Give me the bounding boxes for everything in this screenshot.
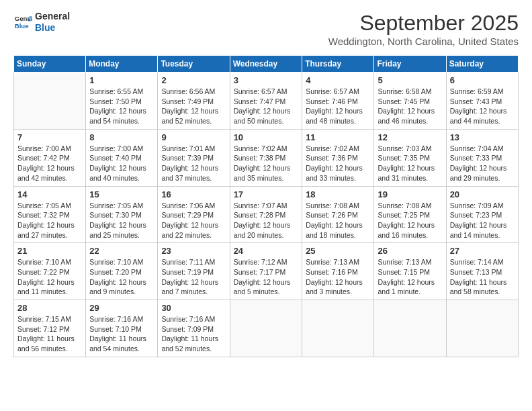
calendar-cell	[374, 300, 446, 357]
day-info: Sunrise: 6:59 AMSunset: 7:43 PMDaylight:…	[450, 87, 515, 126]
day-number: 20	[450, 189, 515, 199]
day-info: Sunrise: 7:13 AMSunset: 7:15 PMDaylight:…	[378, 257, 442, 297]
day-info: Sunrise: 7:08 AMSunset: 7:26 PMDaylight:…	[306, 201, 370, 240]
day-info: Sunrise: 7:11 AMSunset: 7:19 PMDaylight:…	[161, 257, 226, 297]
day-info: Sunrise: 7:10 AMSunset: 7:22 PMDaylight:…	[17, 257, 82, 297]
calendar-cell: 29Sunrise: 7:16 AMSunset: 7:10 PMDayligh…	[86, 300, 158, 357]
day-info: Sunrise: 6:56 AMSunset: 7:49 PMDaylight:…	[161, 87, 226, 126]
header: General Blue General Blue September 2025…	[13, 11, 519, 47]
calendar-cell: 14Sunrise: 7:05 AMSunset: 7:32 PMDayligh…	[14, 186, 86, 243]
calendar-cell: 15Sunrise: 7:05 AMSunset: 7:30 PMDayligh…	[86, 186, 158, 243]
calendar-cell: 30Sunrise: 7:16 AMSunset: 7:09 PMDayligh…	[158, 300, 230, 357]
day-info: Sunrise: 7:05 AMSunset: 7:32 PMDaylight:…	[17, 201, 82, 240]
day-info: Sunrise: 6:57 AMSunset: 7:47 PMDaylight:…	[234, 87, 299, 126]
day-number: 19	[378, 189, 442, 199]
day-number: 6	[450, 75, 515, 85]
calendar: SundayMondayTuesdayWednesdayThursdayFrid…	[13, 55, 519, 357]
svg-text:Blue: Blue	[15, 22, 29, 30]
calendar-cell: 25Sunrise: 7:13 AMSunset: 7:16 PMDayligh…	[302, 243, 374, 300]
day-info: Sunrise: 7:10 AMSunset: 7:20 PMDaylight:…	[89, 257, 154, 297]
day-number: 1	[89, 75, 154, 85]
day-header-thursday: Thursday	[302, 56, 374, 73]
day-info: Sunrise: 7:03 AMSunset: 7:35 PMDaylight:…	[378, 144, 442, 183]
calendar-cell: 7Sunrise: 7:00 AMSunset: 7:42 PMDaylight…	[14, 129, 86, 186]
calendar-cell: 27Sunrise: 7:14 AMSunset: 7:13 PMDayligh…	[446, 243, 518, 300]
calendar-cell: 9Sunrise: 7:01 AMSunset: 7:39 PMDaylight…	[158, 129, 230, 186]
calendar-cell: 10Sunrise: 7:02 AMSunset: 7:38 PMDayligh…	[230, 129, 302, 186]
day-number: 7	[17, 132, 82, 142]
day-header-sunday: Sunday	[14, 56, 86, 73]
calendar-cell	[446, 300, 518, 357]
day-number: 29	[89, 303, 154, 313]
logo-icon: General Blue	[13, 13, 32, 32]
calendar-cell: 2Sunrise: 6:56 AMSunset: 7:49 PMDaylight…	[158, 73, 230, 130]
day-info: Sunrise: 7:16 AMSunset: 7:10 PMDaylight:…	[89, 314, 154, 354]
day-number: 12	[378, 132, 442, 142]
day-info: Sunrise: 6:57 AMSunset: 7:46 PMDaylight:…	[306, 87, 370, 126]
day-number: 3	[234, 75, 299, 85]
day-number: 17	[234, 189, 299, 199]
calendar-cell: 16Sunrise: 7:06 AMSunset: 7:29 PMDayligh…	[158, 186, 230, 243]
day-number: 22	[89, 246, 154, 256]
day-header-monday: Monday	[86, 56, 158, 73]
day-header-friday: Friday	[374, 56, 446, 73]
calendar-cell: 23Sunrise: 7:11 AMSunset: 7:19 PMDayligh…	[158, 243, 230, 300]
day-number: 2	[161, 75, 226, 85]
calendar-cell: 21Sunrise: 7:10 AMSunset: 7:22 PMDayligh…	[14, 243, 86, 300]
calendar-cell: 5Sunrise: 6:58 AMSunset: 7:45 PMDaylight…	[374, 73, 446, 130]
calendar-cell: 24Sunrise: 7:12 AMSunset: 7:17 PMDayligh…	[230, 243, 302, 300]
day-info: Sunrise: 7:13 AMSunset: 7:16 PMDaylight:…	[306, 257, 370, 297]
day-info: Sunrise: 7:06 AMSunset: 7:29 PMDaylight:…	[161, 201, 226, 240]
calendar-cell: 26Sunrise: 7:13 AMSunset: 7:15 PMDayligh…	[374, 243, 446, 300]
day-info: Sunrise: 7:07 AMSunset: 7:28 PMDaylight:…	[234, 201, 299, 240]
day-header-wednesday: Wednesday	[230, 56, 302, 73]
calendar-cell	[302, 300, 374, 357]
calendar-cell: 18Sunrise: 7:08 AMSunset: 7:26 PMDayligh…	[302, 186, 374, 243]
logo-line1: General	[35, 11, 70, 22]
calendar-cell: 17Sunrise: 7:07 AMSunset: 7:28 PMDayligh…	[230, 186, 302, 243]
calendar-cell: 22Sunrise: 7:10 AMSunset: 7:20 PMDayligh…	[86, 243, 158, 300]
calendar-cell: 6Sunrise: 6:59 AMSunset: 7:43 PMDaylight…	[446, 73, 518, 130]
day-header-saturday: Saturday	[446, 56, 518, 73]
calendar-cell: 12Sunrise: 7:03 AMSunset: 7:35 PMDayligh…	[374, 129, 446, 186]
day-info: Sunrise: 7:14 AMSunset: 7:13 PMDaylight:…	[450, 257, 515, 297]
day-number: 23	[161, 246, 226, 256]
day-info: Sunrise: 7:00 AMSunset: 7:42 PMDaylight:…	[17, 144, 82, 183]
day-info: Sunrise: 7:09 AMSunset: 7:23 PMDaylight:…	[450, 201, 515, 240]
day-number: 9	[161, 132, 226, 142]
day-number: 28	[17, 303, 82, 313]
day-info: Sunrise: 7:12 AMSunset: 7:17 PMDaylight:…	[234, 257, 299, 297]
day-number: 27	[450, 246, 515, 256]
day-number: 18	[306, 189, 370, 199]
calendar-cell: 13Sunrise: 7:04 AMSunset: 7:33 PMDayligh…	[446, 129, 518, 186]
day-info: Sunrise: 6:55 AMSunset: 7:50 PMDaylight:…	[89, 87, 154, 126]
svg-text:General: General	[15, 15, 32, 22]
day-number: 10	[234, 132, 299, 142]
day-number: 4	[306, 75, 370, 85]
calendar-cell: 28Sunrise: 7:15 AMSunset: 7:12 PMDayligh…	[14, 300, 86, 357]
calendar-cell: 19Sunrise: 7:08 AMSunset: 7:25 PMDayligh…	[374, 186, 446, 243]
day-number: 15	[89, 189, 154, 199]
day-number: 11	[306, 132, 370, 142]
location-title: Weddington, North Carolina, United State…	[328, 36, 519, 47]
day-number: 25	[306, 246, 370, 256]
day-header-tuesday: Tuesday	[158, 56, 230, 73]
day-info: Sunrise: 7:01 AMSunset: 7:39 PMDaylight:…	[161, 144, 226, 183]
day-info: Sunrise: 7:05 AMSunset: 7:30 PMDaylight:…	[89, 201, 154, 240]
day-info: Sunrise: 7:00 AMSunset: 7:40 PMDaylight:…	[89, 144, 154, 183]
day-info: Sunrise: 6:58 AMSunset: 7:45 PMDaylight:…	[378, 87, 442, 126]
day-number: 30	[161, 303, 226, 313]
day-number: 16	[161, 189, 226, 199]
calendar-cell: 1Sunrise: 6:55 AMSunset: 7:50 PMDaylight…	[86, 73, 158, 130]
calendar-cell	[230, 300, 302, 357]
calendar-cell: 20Sunrise: 7:09 AMSunset: 7:23 PMDayligh…	[446, 186, 518, 243]
day-info: Sunrise: 7:04 AMSunset: 7:33 PMDaylight:…	[450, 144, 515, 183]
logo: General Blue General Blue	[13, 11, 70, 34]
title-area: September 2025 Weddington, North Carolin…	[328, 11, 519, 47]
calendar-cell: 4Sunrise: 6:57 AMSunset: 7:46 PMDaylight…	[302, 73, 374, 130]
day-info: Sunrise: 7:02 AMSunset: 7:36 PMDaylight:…	[306, 144, 370, 183]
day-number: 26	[378, 246, 442, 256]
day-number: 24	[234, 246, 299, 256]
day-number: 8	[89, 132, 154, 142]
day-info: Sunrise: 7:08 AMSunset: 7:25 PMDaylight:…	[378, 201, 442, 240]
